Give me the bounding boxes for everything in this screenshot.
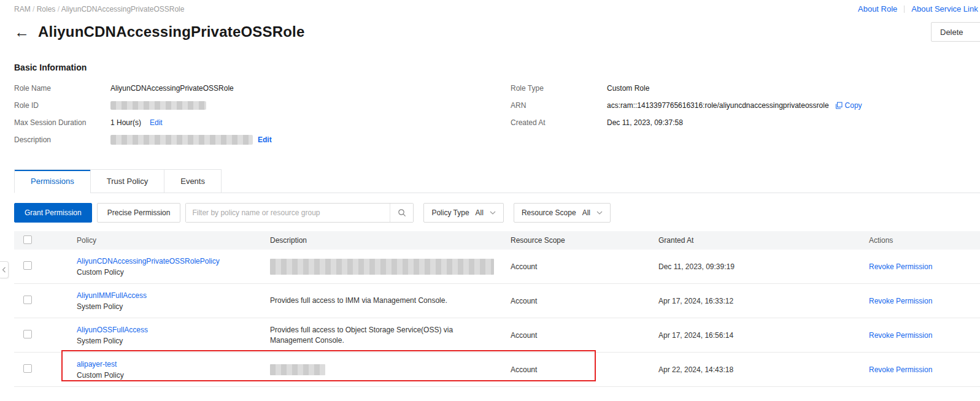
breadcrumb-ram[interactable]: RAM [14,5,37,13]
created-at-row: Created At Dec 11, 2023, 09:37:58 [511,114,980,131]
policy-type-select-label: Policy Type [431,208,469,217]
arn-row: ARN acs:ram::1413397765616316:role/aliyu… [511,97,980,114]
created-at-value: Dec 11, 2023, 09:37:58 [607,118,683,127]
resource-scope-value: Account [511,262,658,271]
permissions-toolbar: Grant Permission Precise Permission Poli… [14,203,980,223]
granted-at-value: Dec 11, 2023, 09:39:19 [658,262,869,271]
resource-scope-select-label: Resource Scope [522,208,576,217]
row-checkbox[interactable] [23,296,32,304]
policy-type-label: System Policy [77,337,263,345]
policy-name-link[interactable]: AliyunCDNAccessingPrivateOSSRolePolicy [77,257,263,265]
breadcrumb: RAMRolesAliyunCDNAccessingPrivateOSSRole [14,5,980,13]
created-at-label: Created At [511,118,607,127]
sidebar-collapse-button[interactable] [0,261,9,278]
top-bar: RAMRolesAliyunCDNAccessingPrivateOSSRole… [0,0,980,15]
granted-at-value: Apr 22, 2024, 14:43:18 [658,365,869,374]
table-row: AliyunIMMFullAccess System Policy Provid… [14,284,980,318]
policy-type-label: Custom Policy [77,268,263,277]
tab-group: Permissions Trust Policy Events [14,169,222,193]
role-type-value: Custom Role [607,84,649,93]
max-session-row: Max Session Duration 1 Hour(s) Edit [14,114,511,131]
column-header-description: Description [270,235,511,246]
column-header-resource-scope: Resource Scope [511,236,658,245]
redacted-description [270,259,494,275]
precise-permission-button[interactable]: Precise Permission [97,203,181,223]
policy-description: Provides full access to IMM via Manageme… [270,296,447,305]
arn-value: acs:ram::1413397765616316:role/aliyuncdn… [607,101,829,110]
policy-name-link[interactable]: alipayer-test [77,360,263,369]
policy-name-link[interactable]: AliyunIMMFullAccess [77,291,263,300]
tab-events[interactable]: Events [164,169,222,193]
breadcrumb-current: AliyunCDNAccessingPrivateOSSRole [61,5,185,13]
table-row: AliyunOSSFullAccess System Policy Provid… [14,318,980,353]
granted-at-value: Apr 17, 2024, 16:33:12 [658,297,869,305]
role-name-value: AliyunCDNAccessingPrivateOSSRole [110,84,234,93]
arn-label: ARN [511,101,607,110]
chevron-left-icon [2,267,6,273]
copy-label: Copy [845,101,862,110]
basic-info-left-column: Role Name AliyunCDNAccessingPrivateOSSRo… [14,80,511,148]
revoke-permission-link[interactable]: Revoke Permission [869,365,932,374]
link-divider [904,6,905,13]
about-service-linked-role-link[interactable]: About Service Link [911,4,978,13]
resource-scope-select[interactable]: Resource Scope All [514,203,611,223]
redacted-description [270,364,325,375]
select-all-checkbox[interactable] [23,235,32,244]
resource-scope-select-value: All [582,208,590,217]
description-row: Description Edit [14,131,511,148]
edit-description-link[interactable]: Edit [258,136,272,144]
role-type-label: Role Type [511,84,607,93]
role-id-row: Role ID [14,97,511,114]
row-checkbox[interactable] [23,364,32,373]
revoke-permission-link[interactable]: Revoke Permission [869,262,932,271]
search-icon [398,208,406,217]
table-row: alipayer-test Custom Policy Account Apr … [14,353,980,387]
revoke-permission-link[interactable]: Revoke Permission [869,331,932,340]
table-header: Policy Description Resource Scope Grante… [14,231,980,250]
policy-search-input[interactable] [186,204,390,222]
policy-type-select[interactable]: Policy Type All [423,203,504,223]
breadcrumb-roles[interactable]: Roles [37,5,61,13]
search-button[interactable] [390,204,413,222]
edit-session-duration-link[interactable]: Edit [150,118,163,127]
back-arrow-icon[interactable]: ← [14,25,29,40]
delete-button[interactable]: Delete [931,22,980,42]
policy-type-select-value: All [476,208,484,217]
policies-table: Policy Description Resource Scope Grante… [14,231,980,387]
resource-scope-value: Account [511,297,658,305]
basic-information-title: Basic Information [14,63,980,72]
resource-scope-value: Account [511,331,658,340]
max-session-label: Max Session Duration [14,118,110,127]
policy-type-label: Custom Policy [77,371,263,380]
policy-name-link[interactable]: AliyunOSSFullAccess [77,326,263,334]
copy-arn-button[interactable]: Copy [835,101,862,110]
about-role-link[interactable]: About Role [858,4,897,13]
role-name-label: Role Name [14,84,110,93]
grant-permission-button[interactable]: Grant Permission [14,203,92,223]
column-header-actions: Actions [869,236,980,245]
resource-scope-value: Account [511,365,658,374]
granted-at-value: Apr 17, 2024, 16:56:14 [658,331,869,340]
policy-table-body: AliyunCDNAccessingPrivateOSSRolePolicy C… [14,250,980,387]
row-checkbox[interactable] [23,261,32,270]
policy-type-label: System Policy [77,302,263,311]
copy-icon [835,102,843,109]
table-row: AliyunCDNAccessingPrivateOSSRolePolicy C… [14,250,980,284]
page-title: AliyunCDNAccessingPrivateOSSRole [38,23,305,40]
role-id-label: Role ID [14,101,110,110]
row-checkbox[interactable] [23,330,32,338]
basic-info-right-column: Role Type Custom Role ARN acs:ram::14133… [511,80,980,148]
header-links: About Role About Service Link [858,4,978,13]
basic-information: Role Name AliyunCDNAccessingPrivateOSSRo… [14,80,980,148]
revoke-permission-link[interactable]: Revoke Permission [869,297,932,305]
tab-trust-policy[interactable]: Trust Policy [90,169,164,193]
max-session-value: 1 Hour(s) [110,118,141,127]
tab-bar: Permissions Trust Policy Events [0,169,980,193]
chevron-down-icon [490,211,496,215]
column-header-granted-at: Granted At [658,236,869,245]
tab-permissions[interactable]: Permissions [14,169,90,193]
description-redacted [110,135,253,145]
ram-role-detail-page: RAMRolesAliyunCDNAccessingPrivateOSSRole… [0,0,980,387]
column-header-policy: Policy [77,236,270,245]
policy-description: Provides full access to Object Storage S… [270,326,453,345]
